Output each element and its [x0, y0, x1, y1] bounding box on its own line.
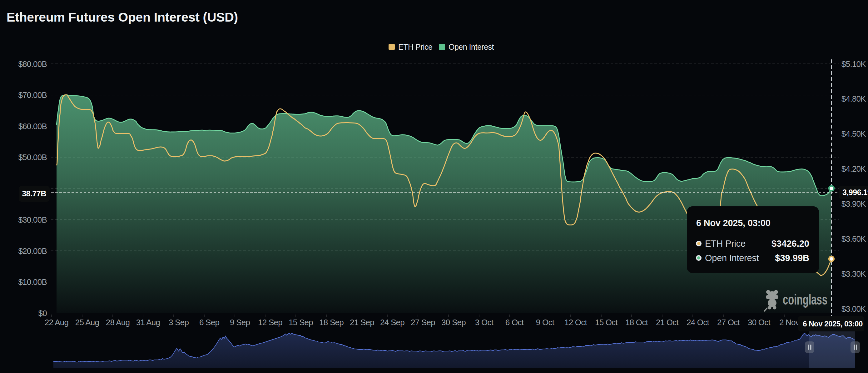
svg-text:$10.00B: $10.00B	[18, 277, 47, 287]
svg-text:ETH Price: ETH Price	[398, 42, 432, 51]
svg-text:27 Oct: 27 Oct	[717, 318, 740, 327]
svg-text:30 Sep: 30 Sep	[441, 318, 466, 327]
svg-text:18 Oct: 18 Oct	[625, 318, 648, 327]
svg-text:38.77B: 38.77B	[22, 189, 46, 198]
svg-text:21 Oct: 21 Oct	[656, 318, 679, 327]
svg-text:$39.99B: $39.99B	[775, 253, 809, 263]
svg-text:24 Oct: 24 Oct	[686, 318, 710, 327]
svg-text:15 Oct: 15 Oct	[595, 318, 618, 327]
svg-text:15 Sep: 15 Sep	[289, 318, 313, 327]
svg-text:2 Nov: 2 Nov	[779, 318, 800, 327]
svg-text:$5.10K: $5.10K	[841, 59, 866, 69]
svg-text:Open Interest: Open Interest	[448, 42, 494, 51]
svg-text:28 Aug: 28 Aug	[106, 318, 130, 327]
svg-text:6 Sep: 6 Sep	[199, 318, 219, 327]
svg-text:coinglass: coinglass	[783, 291, 827, 308]
svg-text:12 Oct: 12 Oct	[564, 318, 588, 327]
svg-text:6 Oct: 6 Oct	[505, 318, 524, 327]
svg-text:$30.00B: $30.00B	[18, 215, 47, 225]
svg-text:3 Sep: 3 Sep	[169, 318, 189, 327]
svg-text:Ethereum Futures Open Interest: Ethereum Futures Open Interest (USD)	[6, 10, 238, 24]
svg-text:12 Sep: 12 Sep	[258, 318, 282, 327]
svg-text:$3.60K: $3.60K	[841, 234, 866, 243]
svg-text:$0: $0	[38, 309, 47, 318]
svg-text:$80.00B: $80.00B	[18, 59, 47, 69]
svg-text:9 Oct: 9 Oct	[536, 318, 555, 327]
svg-text:30 Oct: 30 Oct	[748, 318, 771, 327]
svg-text:3,996.19: 3,996.19	[842, 188, 868, 197]
svg-text:ETH Price: ETH Price	[705, 238, 746, 249]
svg-text:6 Nov 2025, 03:00: 6 Nov 2025, 03:00	[803, 319, 863, 328]
svg-text:24 Sep: 24 Sep	[380, 318, 404, 327]
svg-text:$4.50K: $4.50K	[841, 129, 866, 139]
svg-text:$3.00K: $3.00K	[841, 304, 866, 314]
svg-text:$20.00B: $20.00B	[18, 247, 47, 256]
svg-text:3 Oct: 3 Oct	[475, 318, 494, 327]
svg-text:6 Nov 2025, 03:00: 6 Nov 2025, 03:00	[696, 218, 771, 228]
svg-text:$4.80K: $4.80K	[841, 94, 866, 104]
svg-text:$3.90K: $3.90K	[841, 199, 866, 208]
svg-text:18 Sep: 18 Sep	[319, 318, 344, 327]
svg-text:Open Interest: Open Interest	[705, 253, 759, 263]
svg-text:22 Aug: 22 Aug	[45, 318, 68, 327]
svg-text:$3.30K: $3.30K	[841, 269, 866, 279]
svg-text:9 Sep: 9 Sep	[230, 318, 250, 327]
svg-text:$4.20K: $4.20K	[841, 164, 866, 174]
svg-text:$60.00B: $60.00B	[18, 122, 47, 131]
svg-text:$3426.20: $3426.20	[772, 238, 809, 249]
svg-text:31 Aug: 31 Aug	[136, 318, 160, 327]
svg-text:$70.00B: $70.00B	[18, 90, 47, 100]
svg-text:25 Aug: 25 Aug	[75, 318, 99, 327]
svg-text:$50.00B: $50.00B	[18, 152, 47, 162]
svg-text:21 Sep: 21 Sep	[350, 318, 374, 327]
svg-text:27 Sep: 27 Sep	[411, 318, 435, 327]
